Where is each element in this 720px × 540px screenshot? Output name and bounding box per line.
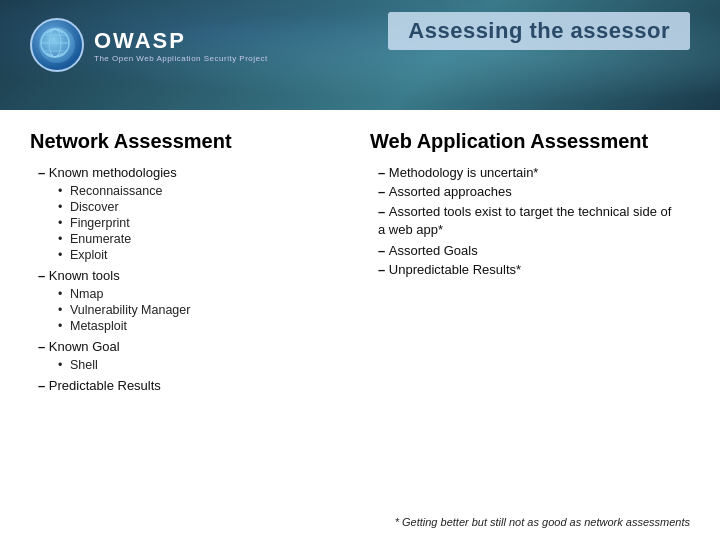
- right-section-title: Web Application Assessment: [370, 130, 690, 153]
- bullet-metasploit: Metasploit: [58, 319, 350, 333]
- left-item-1-label: Known tools: [38, 268, 350, 283]
- bullet-reconnaissance: Reconnaissance: [58, 184, 350, 198]
- right-item-3-label: Assorted Goals: [378, 243, 690, 258]
- footnote: * Getting better but still not as good a…: [395, 516, 690, 528]
- right-item-0-label: Methodology is uncertain*: [378, 165, 690, 180]
- bullet-shell: Shell: [58, 358, 350, 372]
- page-title: Assessing the assessor: [408, 18, 670, 43]
- right-item-2-label: Assorted tools exist to target the techn…: [378, 203, 690, 239]
- bullet-fingerprint: Fingerprint: [58, 216, 350, 230]
- logo-area: OWASP The Open Web Application Security …: [30, 18, 268, 72]
- logo-name: OWASP: [94, 28, 268, 54]
- bullet-nmap: Nmap: [58, 287, 350, 301]
- left-item-1-bullets: Nmap Vulnerability Manager Metasploit: [58, 287, 350, 333]
- logo-subtitle: The Open Web Application Security Projec…: [94, 54, 268, 63]
- right-item-4-label: Unpredictable Results*: [378, 262, 690, 277]
- bullet-vuln-manager: Vulnerability Manager: [58, 303, 350, 317]
- left-item-0-bullets: Reconnaissance Discover Fingerprint Enum…: [58, 184, 350, 262]
- right-item-1-label: Assorted approaches: [378, 184, 690, 199]
- owasp-logo-inner: [39, 27, 75, 63]
- left-item-3-label: Predictable Results: [38, 378, 350, 393]
- left-column: Network Assessment Known methodologies R…: [30, 130, 350, 525]
- left-item-2-bullets: Shell: [58, 358, 350, 372]
- bullet-enumerate: Enumerate: [58, 232, 350, 246]
- bullet-exploit: Exploit: [58, 248, 350, 262]
- owasp-logo-icon: [39, 27, 71, 59]
- left-section-title: Network Assessment: [30, 130, 350, 153]
- bullet-discover: Discover: [58, 200, 350, 214]
- logo-text: OWASP The Open Web Application Security …: [94, 28, 268, 63]
- owasp-logo-circle: [30, 18, 84, 72]
- title-bar: Assessing the assessor: [388, 12, 690, 50]
- left-item-2-label: Known Goal: [38, 339, 350, 354]
- content-area: Network Assessment Known methodologies R…: [0, 110, 720, 540]
- left-item-0-label: Known methodologies: [38, 165, 350, 180]
- right-column: Web Application Assessment Methodology i…: [370, 130, 690, 525]
